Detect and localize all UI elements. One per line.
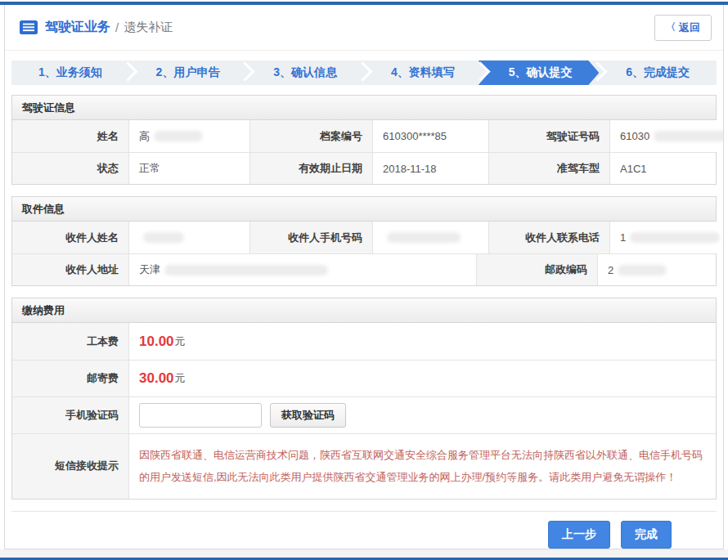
- table-row: 工本费 10.00 元: [12, 323, 716, 360]
- postal-code-label: 邮政编码: [476, 253, 597, 285]
- production-fee-value: 10.00 元: [128, 323, 716, 360]
- sms-notice-cell: 因陕西省联通、电信运营商技术问题，陕西省互联网交通安全综合服务管理平台无法向持陕…: [128, 433, 716, 499]
- file-no-value: 610300****85: [372, 120, 488, 152]
- postal-code-value: 2: [597, 253, 716, 285]
- redacted-blur: [143, 232, 184, 243]
- license-panel-title: 驾驶证信息: [12, 96, 716, 120]
- production-fee-amount: 10.00: [139, 334, 174, 350]
- vehicle-class-label: 准驾车型: [488, 152, 609, 184]
- recipient-mobile-label: 收件人手机号码: [249, 222, 372, 253]
- recipient-address-label: 收件人地址: [12, 253, 128, 285]
- vehicle-class-value: A1C1: [609, 152, 716, 184]
- page: 驾驶证业务 / 遗失补证 〈 返回 1、业务须知 2、用户申告 3、确认信息 4…: [0, 0, 728, 560]
- step-label: 2、用户申告: [156, 65, 220, 80]
- step-label: 6、完成提交: [626, 65, 690, 80]
- license-info-panel: 驾驶证信息 姓名 高 档案编号 610300****85 驾驶证号码 61030…: [11, 95, 717, 185]
- sms-notice-text: 因陕西省联通、电信运营商技术问题，陕西省互联网交通安全综合服务管理平台无法向持陕…: [139, 444, 706, 489]
- content-area: 1、业务须知 2、用户申告 3、确认信息 4、资料填写 5、确认提交 6、完成提…: [5, 51, 723, 549]
- fees-panel-title: 缴纳费用: [12, 298, 716, 323]
- step-6-complete[interactable]: 6、完成提交: [599, 60, 717, 85]
- table-row: 收件人地址 天津 邮政编码 2: [12, 253, 716, 285]
- footer-actions: 上一步 完成: [11, 511, 717, 549]
- sms-notice-label: 短信接收提示: [12, 433, 128, 499]
- fees-panel: 缴纳费用 工本费 10.00 元 邮寄费 30.00 元 手机验证: [11, 298, 717, 500]
- step-2-declaration[interactable]: 2、用户申告: [129, 60, 247, 85]
- recipient-mobile-value: [372, 222, 488, 253]
- step-5-confirm-submit-active[interactable]: 5、确认提交: [482, 60, 600, 85]
- postage-fee-label: 邮寄费: [12, 360, 128, 396]
- step-wizard: 1、业务须知 2、用户申告 3、确认信息 4、资料填写 5、确认提交 6、完成提…: [11, 60, 717, 85]
- recipient-name-label: 收件人姓名: [12, 222, 128, 253]
- previous-step-button[interactable]: 上一步: [548, 521, 610, 549]
- redacted-blur: [618, 265, 667, 276]
- expiry-value: 2018-11-18: [372, 152, 488, 184]
- license-no-label: 驾驶证号码: [488, 120, 609, 152]
- license-no-value: 61030: [609, 120, 724, 152]
- file-no-label: 档案编号: [249, 120, 372, 152]
- chevron-left-icon: 〈: [666, 20, 676, 34]
- back-button[interactable]: 〈 返回: [654, 15, 712, 41]
- redacted-blur: [630, 232, 720, 243]
- finish-button[interactable]: 完成: [621, 521, 672, 549]
- recipient-name-value: [128, 222, 249, 253]
- pickup-info-panel: 取件信息 收件人姓名 收件人手机号码 收件人联系电话 1 收件人地址 天津 邮政…: [11, 196, 717, 286]
- table-row: 手机验证码 获取验证码: [12, 396, 716, 433]
- postage-fee-value: 30.00 元: [128, 360, 716, 396]
- step-label: 1、业务须知: [38, 65, 102, 80]
- recipient-phone-value: 1: [609, 222, 724, 253]
- table-row: 状态 正常 有效期止日期 2018-11-18 准驾车型 A1C1: [12, 152, 716, 184]
- status-value: 正常: [128, 152, 249, 184]
- page-header: 驾驶证业务 / 遗失补证 〈 返回: [5, 5, 723, 51]
- sms-code-label: 手机验证码: [12, 396, 128, 433]
- step-label: 3、确认信息: [273, 65, 337, 80]
- name-label: 姓名: [12, 120, 128, 152]
- breadcrumb-current: 遗失补证: [124, 20, 173, 35]
- recipient-phone-label: 收件人联系电话: [488, 222, 609, 253]
- redacted-blur: [154, 131, 203, 141]
- postage-fee-amount: 30.00: [139, 370, 174, 387]
- step-label: 4、资料填写: [391, 65, 455, 80]
- recipient-address-value: 天津: [128, 253, 476, 285]
- breadcrumb-separator: /: [115, 20, 119, 34]
- redacted-blur: [387, 232, 461, 243]
- table-row: 姓名 高 档案编号 610300****85 驾驶证号码 61030: [12, 120, 716, 152]
- fee-unit: 元: [175, 371, 186, 386]
- status-label: 状态: [12, 152, 128, 184]
- step-3-confirm-info[interactable]: 3、确认信息: [246, 60, 364, 85]
- fee-unit: 元: [175, 334, 186, 349]
- table-row: 短信接收提示 因陕西省联通、电信运营商技术问题，陕西省互联网交通安全综合服务管理…: [12, 433, 716, 499]
- back-button-label: 返回: [679, 20, 700, 35]
- bottom-gray-strip: [0, 549, 728, 558]
- list-form-icon: [20, 20, 38, 34]
- step-4-fill-data[interactable]: 4、资料填写: [364, 60, 482, 85]
- table-row: 收件人姓名 收件人手机号码 收件人联系电话 1: [12, 222, 716, 253]
- page-title: 驾驶证业务: [45, 19, 110, 36]
- table-row: 邮寄费 30.00 元: [12, 360, 716, 396]
- step-label: 5、确认提交: [509, 65, 573, 80]
- redacted-blur: [654, 131, 724, 141]
- sms-code-input[interactable]: [139, 403, 262, 428]
- name-value: 高: [128, 120, 249, 152]
- get-code-button[interactable]: 获取验证码: [270, 403, 346, 428]
- production-fee-label: 工本费: [12, 323, 128, 360]
- step-1-notice[interactable]: 1、业务须知: [11, 60, 129, 85]
- redacted-blur: [164, 265, 328, 276]
- main-panel: 驾驶证业务 / 遗失补证 〈 返回 1、业务须知 2、用户申告 3、确认信息 4…: [4, 5, 724, 549]
- pickup-panel-title: 取件信息: [12, 197, 716, 222]
- expiry-label: 有效期止日期: [249, 152, 372, 184]
- sms-code-row: 获取验证码: [128, 396, 716, 433]
